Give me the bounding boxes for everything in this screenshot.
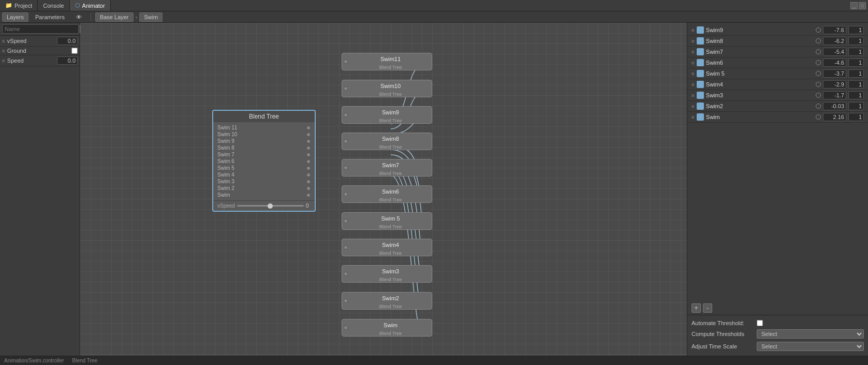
- rr-dot-swim3[interactable]: [816, 93, 821, 98]
- rr-handle-swim9[interactable]: ≡: [692, 27, 695, 33]
- anim-node-swim11[interactable]: Swim11 Blend Tree: [342, 53, 432, 70]
- param-label-speed: Speed: [7, 57, 55, 64]
- rr-dot-swim[interactable]: [816, 114, 821, 120]
- rr-handle-swim8[interactable]: ≡: [692, 38, 695, 44]
- rr-threshold-swim[interactable]: [823, 113, 846, 121]
- rr-threshold-swim4[interactable]: [823, 80, 846, 89]
- rr-weight-swim6[interactable]: [848, 59, 864, 67]
- param-handle-ground[interactable]: ≡: [2, 48, 5, 54]
- bt-port-swim3[interactable]: [306, 180, 311, 184]
- rr-dot-swim5[interactable]: [816, 71, 821, 76]
- maximize-button[interactable]: □: [859, 2, 866, 9]
- compute-thresholds-select[interactable]: Select Velocity XZ Speed: [757, 329, 864, 339]
- rr-handle-swim6[interactable]: ≡: [692, 60, 695, 66]
- rr-handle-swim[interactable]: ≡: [692, 114, 695, 120]
- bt-port-swim10[interactable]: [306, 133, 311, 137]
- anim-node-swim5[interactable]: Swim 5 Blend Tree: [342, 212, 432, 230]
- anim-node-swim9[interactable]: Swim9 Blend Tree: [342, 106, 432, 124]
- rr-weight-swim8[interactable]: [848, 37, 864, 45]
- blend-tree-slider[interactable]: [237, 205, 304, 207]
- automate-threshold-checkbox[interactable]: [757, 320, 763, 326]
- rr-threshold-swim8[interactable]: [823, 37, 846, 45]
- rr-threshold-swim7[interactable]: [823, 48, 846, 56]
- canvas-area[interactable]: Blend Tree Swim 11 Swim 10 Swim 9 Swim 8: [80, 23, 687, 356]
- bt-port-swim6[interactable]: [306, 159, 311, 164]
- bt-port-swim7[interactable]: [306, 153, 311, 157]
- rr-weight-swim2[interactable]: [848, 102, 864, 110]
- remove-motion-button[interactable]: -: [703, 303, 712, 313]
- anim-node-swim3[interactable]: Swim3 Blend Tree: [342, 265, 432, 283]
- param-checkbox-ground[interactable]: [71, 48, 78, 54]
- add-motion-button[interactable]: +: [692, 303, 701, 313]
- rr-weight-swim[interactable]: [848, 113, 864, 121]
- right-row-swim8: ≡ Swim8: [687, 36, 868, 47]
- bt-port-swim[interactable]: [306, 193, 311, 197]
- rr-dot-swim7[interactable]: [816, 49, 821, 54]
- rr-weight-swim7[interactable]: [848, 48, 864, 56]
- anim-node-swim2[interactable]: Swim2 Blend Tree: [342, 292, 432, 310]
- rr-weight-swim3[interactable]: [848, 91, 864, 99]
- port-in-swim4[interactable]: [344, 245, 348, 250]
- breadcrumb-swim[interactable]: Swim: [139, 12, 163, 22]
- param-handle-vspeed[interactable]: ≡: [2, 38, 5, 44]
- bt-port-swim9[interactable]: [306, 139, 311, 143]
- bt-port-swim4[interactable]: [306, 173, 311, 177]
- anim-node-swim10[interactable]: Swim10 Blend Tree: [342, 80, 432, 97]
- tab-eye[interactable]: 👁: [71, 12, 86, 22]
- port-in-swim5[interactable]: [344, 219, 348, 223]
- port-in-swim11[interactable]: [344, 60, 348, 64]
- rr-weight-swim5[interactable]: [848, 69, 864, 78]
- param-value-vspeed[interactable]: [57, 37, 78, 45]
- rr-dot-swim9[interactable]: [816, 27, 821, 33]
- port-in-swim6[interactable]: [344, 192, 348, 196]
- bt-port-swim11[interactable]: [306, 126, 311, 130]
- tab-layers[interactable]: Layers: [2, 12, 28, 22]
- anim-node-swim4[interactable]: Swim4 Blend Tree: [342, 239, 432, 256]
- bt-port-swim5[interactable]: [306, 166, 311, 170]
- right-row-swim9: ≡ Swim9: [687, 25, 868, 36]
- port-in-swim2[interactable]: [344, 299, 348, 303]
- rr-dot-swim8[interactable]: [816, 38, 821, 43]
- automate-threshold-row: Automate Threshold:: [692, 318, 864, 328]
- rr-threshold-swim9[interactable]: [823, 26, 846, 34]
- port-in-swim8[interactable]: [344, 139, 348, 143]
- rr-handle-swim7[interactable]: ≡: [692, 49, 695, 55]
- rr-handle-swim4[interactable]: ≡: [692, 82, 695, 87]
- rr-threshold-swim6[interactable]: [823, 59, 846, 67]
- rr-handle-swim2[interactable]: ≡: [692, 104, 695, 109]
- rr-weight-swim9[interactable]: [848, 26, 864, 34]
- tab-console[interactable]: Console: [38, 0, 69, 11]
- bt-port-swim8[interactable]: [306, 146, 311, 150]
- rr-dot-swim2[interactable]: [816, 104, 821, 109]
- search-input[interactable]: [2, 24, 79, 34]
- rr-weight-swim4[interactable]: [848, 80, 864, 89]
- anim-node-swim[interactable]: Swim Blend Tree: [342, 319, 432, 337]
- right-panel-footer: Automate Threshold: Compute Thresholds S…: [687, 315, 868, 356]
- port-in-swim[interactable]: [344, 326, 348, 330]
- breadcrumb-base-layer[interactable]: Base Layer: [95, 12, 134, 22]
- tab-project[interactable]: 📁 Project: [0, 0, 38, 11]
- tab-animator[interactable]: ⬡ Animator: [70, 0, 111, 11]
- port-in-swim3[interactable]: [344, 272, 348, 276]
- port-in-swim10[interactable]: [344, 86, 348, 91]
- adjust-time-scale-select[interactable]: Select Homogeneous Speed Reset Time Scal…: [757, 342, 864, 351]
- param-value-speed[interactable]: [57, 56, 78, 65]
- rr-handle-swim5[interactable]: ≡: [692, 71, 695, 77]
- tab-parameters[interactable]: Parameters: [31, 12, 69, 22]
- rr-threshold-swim2[interactable]: [823, 102, 846, 110]
- anim-node-swim7[interactable]: Swim7 Blend Tree: [342, 159, 432, 177]
- rr-threshold-swim3[interactable]: [823, 91, 846, 99]
- sub-toolbar: Layers Parameters 👁 Base Layer › Swim: [0, 11, 868, 23]
- port-in-swim7[interactable]: [344, 166, 348, 170]
- rr-dot-swim4[interactable]: [816, 82, 821, 87]
- rr-threshold-swim5[interactable]: [823, 69, 846, 78]
- anim-node-swim6[interactable]: Swim6 Blend Tree: [342, 185, 432, 203]
- minimize-button[interactable]: _: [850, 2, 858, 9]
- blend-tree-node[interactable]: Blend Tree Swim 11 Swim 10 Swim 9 Swim 8: [212, 110, 316, 212]
- rr-dot-swim6[interactable]: [816, 60, 821, 65]
- port-in-swim9[interactable]: [344, 113, 348, 117]
- rr-handle-swim3[interactable]: ≡: [692, 93, 695, 98]
- bt-port-swim2[interactable]: [306, 186, 311, 191]
- param-handle-speed[interactable]: ≡: [2, 58, 5, 64]
- anim-node-swim8[interactable]: Swim8 Blend Tree: [342, 133, 432, 150]
